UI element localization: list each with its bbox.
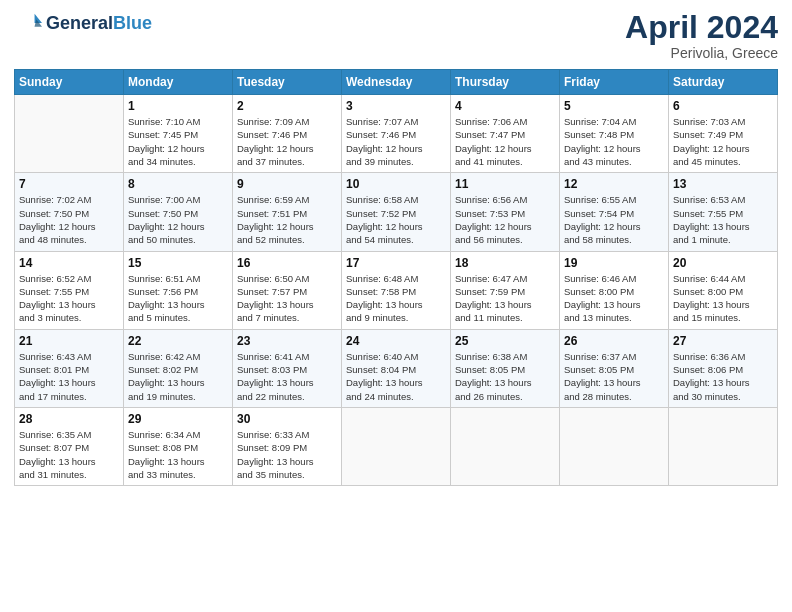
day-info: Sunrise: 6:55 AMSunset: 7:54 PMDaylight:… xyxy=(564,193,664,246)
day-number: 22 xyxy=(128,334,228,348)
day-number: 30 xyxy=(237,412,337,426)
day-info: Sunrise: 7:02 AMSunset: 7:50 PMDaylight:… xyxy=(19,193,119,246)
day-number: 21 xyxy=(19,334,119,348)
svg-marker-0 xyxy=(35,14,42,23)
day-info: Sunrise: 7:06 AMSunset: 7:47 PMDaylight:… xyxy=(455,115,555,168)
day-info: Sunrise: 6:51 AMSunset: 7:56 PMDaylight:… xyxy=(128,272,228,325)
location: Perivolia, Greece xyxy=(625,45,778,61)
day-info: Sunrise: 6:44 AMSunset: 8:00 PMDaylight:… xyxy=(673,272,773,325)
calendar-cell: 23Sunrise: 6:41 AMSunset: 8:03 PMDayligh… xyxy=(233,329,342,407)
calendar-cell: 22Sunrise: 6:42 AMSunset: 8:02 PMDayligh… xyxy=(124,329,233,407)
day-info: Sunrise: 6:42 AMSunset: 8:02 PMDaylight:… xyxy=(128,350,228,403)
calendar-cell: 9Sunrise: 6:59 AMSunset: 7:51 PMDaylight… xyxy=(233,173,342,251)
calendar-week-row: 7Sunrise: 7:02 AMSunset: 7:50 PMDaylight… xyxy=(15,173,778,251)
calendar-table: SundayMondayTuesdayWednesdayThursdayFrid… xyxy=(14,69,778,486)
day-info: Sunrise: 6:53 AMSunset: 7:55 PMDaylight:… xyxy=(673,193,773,246)
day-info: Sunrise: 6:38 AMSunset: 8:05 PMDaylight:… xyxy=(455,350,555,403)
calendar-cell: 17Sunrise: 6:48 AMSunset: 7:58 PMDayligh… xyxy=(342,251,451,329)
day-number: 17 xyxy=(346,256,446,270)
calendar-cell xyxy=(342,407,451,485)
day-number: 1 xyxy=(128,99,228,113)
day-info: Sunrise: 7:07 AMSunset: 7:46 PMDaylight:… xyxy=(346,115,446,168)
day-number: 4 xyxy=(455,99,555,113)
day-info: Sunrise: 6:41 AMSunset: 8:03 PMDaylight:… xyxy=(237,350,337,403)
weekday-header: Monday xyxy=(124,70,233,95)
day-info: Sunrise: 6:34 AMSunset: 8:08 PMDaylight:… xyxy=(128,428,228,481)
calendar-cell: 7Sunrise: 7:02 AMSunset: 7:50 PMDaylight… xyxy=(15,173,124,251)
day-number: 24 xyxy=(346,334,446,348)
calendar-cell: 26Sunrise: 6:37 AMSunset: 8:05 PMDayligh… xyxy=(560,329,669,407)
calendar-cell: 2Sunrise: 7:09 AMSunset: 7:46 PMDaylight… xyxy=(233,95,342,173)
day-info: Sunrise: 7:00 AMSunset: 7:50 PMDaylight:… xyxy=(128,193,228,246)
day-info: Sunrise: 6:46 AMSunset: 8:00 PMDaylight:… xyxy=(564,272,664,325)
day-info: Sunrise: 6:37 AMSunset: 8:05 PMDaylight:… xyxy=(564,350,664,403)
day-info: Sunrise: 6:50 AMSunset: 7:57 PMDaylight:… xyxy=(237,272,337,325)
day-number: 6 xyxy=(673,99,773,113)
day-number: 23 xyxy=(237,334,337,348)
day-info: Sunrise: 6:47 AMSunset: 7:59 PMDaylight:… xyxy=(455,272,555,325)
day-info: Sunrise: 7:03 AMSunset: 7:49 PMDaylight:… xyxy=(673,115,773,168)
weekday-header: Saturday xyxy=(669,70,778,95)
calendar-week-row: 1Sunrise: 7:10 AMSunset: 7:45 PMDaylight… xyxy=(15,95,778,173)
day-number: 12 xyxy=(564,177,664,191)
calendar-cell: 4Sunrise: 7:06 AMSunset: 7:47 PMDaylight… xyxy=(451,95,560,173)
day-info: Sunrise: 6:56 AMSunset: 7:53 PMDaylight:… xyxy=(455,193,555,246)
calendar-cell: 30Sunrise: 6:33 AMSunset: 8:09 PMDayligh… xyxy=(233,407,342,485)
logo-icon xyxy=(14,10,42,38)
day-info: Sunrise: 6:59 AMSunset: 7:51 PMDaylight:… xyxy=(237,193,337,246)
day-number: 13 xyxy=(673,177,773,191)
day-number: 8 xyxy=(128,177,228,191)
title-area: April 2024 Perivolia, Greece xyxy=(625,10,778,61)
day-info: Sunrise: 6:36 AMSunset: 8:06 PMDaylight:… xyxy=(673,350,773,403)
day-info: Sunrise: 6:43 AMSunset: 8:01 PMDaylight:… xyxy=(19,350,119,403)
logo-text: GeneralBlue xyxy=(46,14,152,34)
calendar-cell: 28Sunrise: 6:35 AMSunset: 8:07 PMDayligh… xyxy=(15,407,124,485)
day-number: 5 xyxy=(564,99,664,113)
calendar-cell xyxy=(451,407,560,485)
calendar-cell: 27Sunrise: 6:36 AMSunset: 8:06 PMDayligh… xyxy=(669,329,778,407)
calendar-cell xyxy=(15,95,124,173)
day-info: Sunrise: 7:10 AMSunset: 7:45 PMDaylight:… xyxy=(128,115,228,168)
day-info: Sunrise: 6:58 AMSunset: 7:52 PMDaylight:… xyxy=(346,193,446,246)
calendar-cell: 24Sunrise: 6:40 AMSunset: 8:04 PMDayligh… xyxy=(342,329,451,407)
day-number: 15 xyxy=(128,256,228,270)
month-title: April 2024 xyxy=(625,10,778,45)
day-number: 3 xyxy=(346,99,446,113)
calendar-week-row: 14Sunrise: 6:52 AMSunset: 7:55 PMDayligh… xyxy=(15,251,778,329)
day-info: Sunrise: 7:04 AMSunset: 7:48 PMDaylight:… xyxy=(564,115,664,168)
calendar-cell: 1Sunrise: 7:10 AMSunset: 7:45 PMDaylight… xyxy=(124,95,233,173)
day-number: 19 xyxy=(564,256,664,270)
day-number: 9 xyxy=(237,177,337,191)
day-info: Sunrise: 6:35 AMSunset: 8:07 PMDaylight:… xyxy=(19,428,119,481)
calendar-cell: 25Sunrise: 6:38 AMSunset: 8:05 PMDayligh… xyxy=(451,329,560,407)
day-info: Sunrise: 6:40 AMSunset: 8:04 PMDaylight:… xyxy=(346,350,446,403)
calendar-cell: 21Sunrise: 6:43 AMSunset: 8:01 PMDayligh… xyxy=(15,329,124,407)
calendar-cell: 5Sunrise: 7:04 AMSunset: 7:48 PMDaylight… xyxy=(560,95,669,173)
weekday-header: Tuesday xyxy=(233,70,342,95)
calendar-cell: 20Sunrise: 6:44 AMSunset: 8:00 PMDayligh… xyxy=(669,251,778,329)
calendar-cell: 8Sunrise: 7:00 AMSunset: 7:50 PMDaylight… xyxy=(124,173,233,251)
calendar-cell: 15Sunrise: 6:51 AMSunset: 7:56 PMDayligh… xyxy=(124,251,233,329)
calendar-cell xyxy=(560,407,669,485)
day-info: Sunrise: 7:09 AMSunset: 7:46 PMDaylight:… xyxy=(237,115,337,168)
calendar-cell: 3Sunrise: 7:07 AMSunset: 7:46 PMDaylight… xyxy=(342,95,451,173)
day-number: 25 xyxy=(455,334,555,348)
header: GeneralBlue April 2024 Perivolia, Greece xyxy=(14,10,778,61)
calendar-cell: 10Sunrise: 6:58 AMSunset: 7:52 PMDayligh… xyxy=(342,173,451,251)
day-number: 27 xyxy=(673,334,773,348)
day-number: 28 xyxy=(19,412,119,426)
calendar-cell: 11Sunrise: 6:56 AMSunset: 7:53 PMDayligh… xyxy=(451,173,560,251)
calendar-cell: 18Sunrise: 6:47 AMSunset: 7:59 PMDayligh… xyxy=(451,251,560,329)
day-number: 16 xyxy=(237,256,337,270)
calendar-cell: 14Sunrise: 6:52 AMSunset: 7:55 PMDayligh… xyxy=(15,251,124,329)
day-number: 18 xyxy=(455,256,555,270)
calendar-body: 1Sunrise: 7:10 AMSunset: 7:45 PMDaylight… xyxy=(15,95,778,486)
calendar-cell: 6Sunrise: 7:03 AMSunset: 7:49 PMDaylight… xyxy=(669,95,778,173)
weekday-header: Friday xyxy=(560,70,669,95)
calendar-cell: 13Sunrise: 6:53 AMSunset: 7:55 PMDayligh… xyxy=(669,173,778,251)
calendar-week-row: 28Sunrise: 6:35 AMSunset: 8:07 PMDayligh… xyxy=(15,407,778,485)
day-number: 10 xyxy=(346,177,446,191)
day-info: Sunrise: 6:33 AMSunset: 8:09 PMDaylight:… xyxy=(237,428,337,481)
day-number: 2 xyxy=(237,99,337,113)
page: GeneralBlue April 2024 Perivolia, Greece… xyxy=(0,0,792,612)
